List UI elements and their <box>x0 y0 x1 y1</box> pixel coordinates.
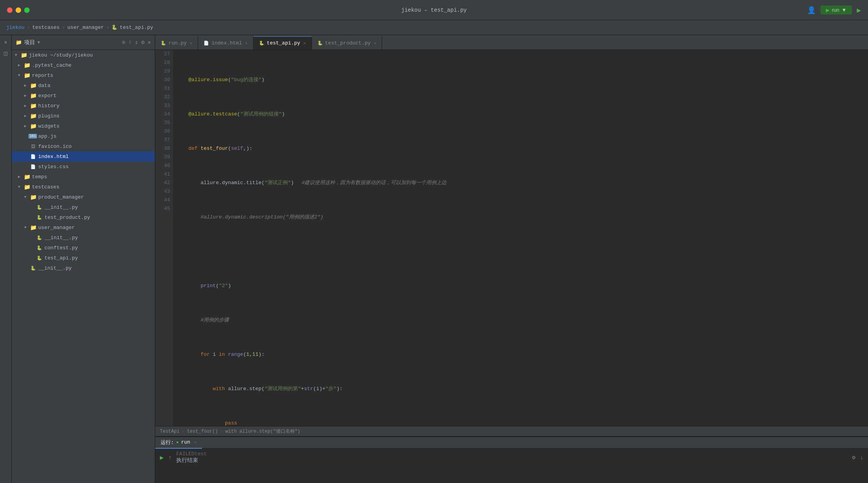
minimize-button[interactable] <box>16 7 21 13</box>
tab-test-api-label: test_api.py <box>267 40 300 46</box>
sidebar-label-index-html: index.html <box>38 154 69 160</box>
sidebar-item-plugins[interactable]: ▶ 📁 plugins <box>12 111 155 121</box>
sidebar-label-init-um: __init__.py <box>44 235 78 241</box>
tab-index-html[interactable]: 📄 index.html ✕ <box>198 36 253 50</box>
code-bc-with-step: with allure.step("接口名称") <box>225 428 300 435</box>
sidebar-label-reports: reports <box>32 73 53 78</box>
sidebar-item-pytest_cache[interactable]: ▶ 📁 .pytest_cache <box>12 60 155 70</box>
bottom-output-text: FAILEDtest <box>176 451 847 457</box>
sidebar-title-group: 📁 项目 ▼ <box>16 39 40 46</box>
bottom-settings-icon[interactable]: ⚙ <box>852 454 855 461</box>
settings-gear-icon[interactable]: ⚙ <box>141 39 144 46</box>
l35-t1: for <box>176 350 213 359</box>
bottom-tab-run[interactable]: 运行: ● run ✕ <box>155 437 202 449</box>
sidebar-item-app-js[interactable]: ▶ 101 app.js <box>12 131 155 141</box>
sidebar-item-reports[interactable]: ▼ 📁 reports <box>12 70 155 80</box>
bottom-actions: ▶ ↑ FAILEDtest 执行结束 ⚙ ↓ <box>160 451 863 464</box>
sidebar-item-export[interactable]: ▶ 📁 export <box>12 91 155 101</box>
sidebar-item-user_manager[interactable]: ▼ 📁 user_manager <box>12 222 155 233</box>
sidebar-item-init-um[interactable]: ▶ 🐍 __init__.py <box>12 233 155 243</box>
l29-t1: def <box>176 144 200 153</box>
l35-t8: 11 <box>252 350 259 359</box>
sidebar-item-testcases[interactable]: ▼ 📁 testcases <box>12 182 155 192</box>
sidebar-item-index-html[interactable]: ▶ 📄 index.html <box>12 151 155 162</box>
sidebar-item-conftest[interactable]: ▶ 🐍 conftest.py <box>12 243 155 253</box>
expand-icon[interactable]: ↕ <box>128 39 131 46</box>
l35-t4: range <box>228 350 243 359</box>
tab-test-api-close[interactable]: ✕ <box>303 41 306 46</box>
sidebar-item-data[interactable]: ▶ 📁 data <box>12 80 155 91</box>
bottom-scroll-up-icon[interactable]: ↑ <box>168 455 172 461</box>
sidebar-label-plugins: plugins <box>38 113 60 119</box>
sidebar-item-widgets[interactable]: ▶ 📁 widgets <box>12 121 155 131</box>
tab-run-py-icon: 🐍 <box>161 41 166 46</box>
breadcrumb-user_manager[interactable]: user_manager <box>67 25 104 30</box>
run-button[interactable]: ▶ run ▼ <box>820 5 852 14</box>
tab-test-api-py[interactable]: 🐍 test_api.py ✕ <box>253 36 312 50</box>
sidebar-item-product_manager[interactable]: ▼ 📁 product_manager <box>12 192 155 202</box>
breadcrumb-jiekou[interactable]: jiekou <box>6 25 25 30</box>
line-31: 31 <box>155 84 170 93</box>
sidebar-label-export: export <box>38 93 57 99</box>
l27-t2: . <box>210 76 213 84</box>
l35-t5: ( <box>243 350 246 359</box>
sidebar-item-init-pm[interactable]: ▶ 🐍 __init__.py <box>12 202 155 212</box>
locate-icon[interactable]: ⊙ <box>122 39 125 46</box>
maximize-button[interactable] <box>24 7 30 13</box>
widgets-chevron: ▶ <box>24 124 30 128</box>
tab-test-product-label: test_product.py <box>325 40 371 46</box>
l30-t1: allure.dynamic.title( <box>176 179 264 187</box>
code-view[interactable]: 27 28 ▶ ⬥ 29 30 31 32 33 34 ⬥ 35 <box>155 50 868 426</box>
user-icon[interactable]: 👤 <box>807 6 816 14</box>
breadcrumb-test_api[interactable]: test_api.py <box>120 25 153 30</box>
sidebar-item-test_product[interactable]: ▶ 🐍 test_product.py <box>12 212 155 222</box>
tab-run-py-close[interactable]: ✕ <box>190 41 193 46</box>
project-icon[interactable]: ≡ <box>2 38 10 47</box>
tab-test-product-py[interactable]: 🐍 test_product.py ✕ <box>312 36 383 50</box>
tabs-bar: 🐍 run.py ✕ 📄 index.html ✕ 🐍 test_api.py … <box>155 35 868 50</box>
tab-run-py[interactable]: 🐍 run.py ✕ <box>155 36 198 50</box>
code-line-32 <box>176 247 865 256</box>
sidebar-item-init-root[interactable]: ▶ 🐍 __init__.py <box>12 263 155 273</box>
close-button[interactable] <box>7 7 12 13</box>
sidebar-root[interactable]: ▼ 📁 jiekou ~/study/jiekou <box>12 50 155 60</box>
code-line-30: allure.dynamic.title("测试正例") #建议使用这种，因为有… <box>176 179 865 187</box>
l28-t2: . <box>210 110 213 119</box>
code-line-36: with allure.step("测试用例的第"+str(i)+"步"): <box>176 385 865 393</box>
sidebar-item-temps[interactable]: ▶ 📁 temps <box>12 172 155 182</box>
breadcrumb-testcases[interactable]: testcases <box>32 25 60 30</box>
favicon-file-icon: 🖼 <box>30 143 37 150</box>
tab-index-html-close[interactable]: ✕ <box>245 41 248 46</box>
sidebar-label-history: history <box>38 103 60 109</box>
run-label: run <box>832 7 839 13</box>
sidebar-close-icon[interactable]: ✕ <box>148 39 151 46</box>
line-42: 42 <box>155 179 170 187</box>
sidebar-item-history[interactable]: ▶ 📁 history <box>12 101 155 111</box>
line-37: ⬥ 37 <box>155 136 170 144</box>
l27-t4: ( <box>228 76 231 84</box>
tab-test-product-close[interactable]: ✕ <box>374 41 377 46</box>
bottom-run-close[interactable]: ✕ <box>194 440 197 445</box>
sidebar-item-favicon[interactable]: ▶ 🖼 favicon.ico <box>12 141 155 151</box>
sidebar-item-styles-css[interactable]: ▶ 📄 styles.css <box>12 162 155 172</box>
app-js-file-icon: 101 <box>30 133 37 140</box>
line-28: 28 <box>155 59 170 67</box>
run-play-icon: ▶ <box>826 7 829 13</box>
line-43: 43 <box>155 187 170 196</box>
code-lines[interactable]: @allure.issue("bug的连接") @allure.testcase… <box>173 50 868 426</box>
code-breadcrumb: TestApi › test_four() › with allure.step… <box>155 426 868 436</box>
run-play-large-icon[interactable]: ▶ <box>857 6 861 14</box>
structure-icon[interactable]: ◫ <box>2 49 10 58</box>
bottom-scroll-down-icon[interactable]: ↓ <box>860 455 863 461</box>
tab-run-py-label: run.py <box>168 40 187 46</box>
sidebar-label-init-root: __init__.py <box>38 265 72 271</box>
tab-test-product-icon: 🐍 <box>317 41 323 46</box>
test-product-file-icon: 🐍 <box>36 214 43 221</box>
l29-t3: ( <box>228 144 231 153</box>
bottom-play-icon[interactable]: ▶ <box>160 454 164 462</box>
collapse-icon[interactable]: ⇕ <box>135 39 138 46</box>
l36-t7: "步" <box>325 385 337 393</box>
sidebar-dropdown-icon[interactable]: ▼ <box>37 40 40 45</box>
sidebar-item-test_api[interactable]: ▶ 🐍 test_api.py <box>12 253 155 263</box>
product-mgr-folder-icon: 📁 <box>30 194 37 201</box>
